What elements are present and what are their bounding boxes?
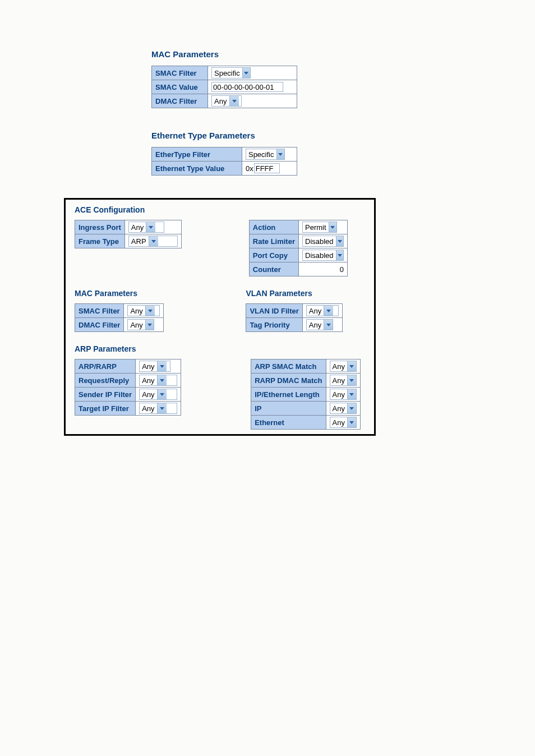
chevron-down-icon: [347, 361, 356, 371]
chevron-down-icon: [149, 236, 158, 246]
vlan-parameters-title: VLAN Parameters: [246, 289, 342, 298]
arp-smac-match-label: ARP SMAC Match: [251, 359, 326, 374]
ip-ethernet-length-label: IP/Ethernet Length: [251, 388, 326, 402]
ethernet-select[interactable]: Any: [330, 417, 357, 428]
chevron-down-icon: [157, 403, 167, 413]
request-reply-label: Request/Reply: [75, 374, 136, 388]
ip-select[interactable]: Any: [330, 403, 357, 414]
ethernet-type-parameters-section: Ethernet Type Parameters EtherType Filte…: [151, 131, 535, 176]
target-ip-filter-select[interactable]: Any: [139, 403, 177, 414]
chevron-down-icon: [324, 306, 333, 316]
dmac-filter-select[interactable]: Any: [211, 95, 242, 107]
smac-filter-label-2: SMAC Filter: [75, 304, 124, 318]
smac-value-label: SMAC Value: [152, 80, 208, 94]
rarp-dmac-match-select[interactable]: Any: [330, 375, 357, 386]
ingress-port-select[interactable]: Any: [128, 222, 164, 233]
sender-ip-filter-label: Sender IP Filter: [75, 388, 136, 402]
chevron-down-icon: [157, 361, 167, 371]
arp-rarp-select[interactable]: Any: [139, 361, 170, 372]
rate-limiter-label: Rate Limiter: [249, 234, 298, 248]
request-reply-select[interactable]: Any: [139, 375, 177, 386]
ip-ethernet-length-select[interactable]: Any: [330, 389, 357, 400]
counter-label: Counter: [249, 262, 298, 276]
mac-parameters-title-2: MAC Parameters: [75, 289, 164, 298]
vlan-id-filter-select[interactable]: Any: [306, 305, 339, 316]
dmac-filter-label-2: DMAC Filter: [75, 318, 124, 332]
chevron-down-icon: [242, 68, 250, 78]
chevron-down-icon: [347, 403, 356, 413]
ingress-port-label: Ingress Port: [75, 220, 125, 234]
rarp-dmac-match-label: RARP DMAC Match: [251, 374, 326, 388]
action-label: Action: [249, 220, 298, 234]
ip-label: IP: [251, 402, 326, 416]
ethernet-label: Ethernet: [251, 416, 326, 430]
chevron-down-icon: [347, 417, 356, 427]
dmac-filter-select-2[interactable]: Any: [127, 319, 154, 330]
frame-type-select[interactable]: ARP: [128, 236, 178, 247]
port-copy-label: Port Copy: [249, 248, 298, 262]
dmac-filter-label: DMAC Filter: [152, 94, 208, 108]
sender-ip-filter-select[interactable]: Any: [139, 389, 177, 400]
chevron-down-icon: [276, 149, 284, 159]
chevron-down-icon: [145, 320, 154, 330]
chevron-down-icon: [229, 96, 239, 106]
ace-configuration-title: ACE Configuration: [75, 205, 367, 214]
arp-parameters-title: ARP Parameters: [75, 344, 367, 353]
ethernet-type-parameters-title: Ethernet Type Parameters: [151, 131, 535, 140]
chevron-down-icon: [336, 236, 343, 246]
ethernet-type-value-input[interactable]: [254, 163, 280, 173]
smac-filter-select-2[interactable]: Any: [127, 305, 160, 316]
ethertype-filter-select[interactable]: Specific: [246, 149, 285, 160]
vlan-id-filter-label: VLAN ID Filter: [246, 304, 302, 318]
arp-smac-match-select[interactable]: Any: [330, 361, 357, 372]
smac-filter-label: SMAC Filter: [152, 66, 208, 80]
mac-parameters-top-section: MAC Parameters SMAC Filter Specific SMAC…: [151, 49, 535, 108]
chevron-down-icon: [347, 375, 356, 385]
tag-priority-label: Tag Priority: [246, 318, 302, 332]
frame-type-label: Frame Type: [75, 234, 125, 248]
ethertype-filter-label: EtherType Filter: [152, 147, 242, 162]
ethernet-type-value-label: Ethernet Type Value: [152, 162, 242, 176]
chevron-down-icon: [157, 389, 167, 399]
chevron-down-icon: [324, 320, 333, 330]
tag-priority-select[interactable]: Any: [306, 319, 333, 330]
chevron-down-icon: [157, 375, 167, 385]
action-select[interactable]: Permit: [302, 222, 337, 233]
smac-filter-select[interactable]: Specific: [211, 67, 251, 79]
arp-rarp-label: ARP/RARP: [75, 359, 136, 374]
rate-limiter-select[interactable]: Disabled: [302, 236, 344, 247]
chevron-down-icon: [329, 222, 336, 232]
hex-prefix: 0x: [246, 164, 253, 173]
target-ip-filter-label: Target IP Filter: [75, 402, 136, 416]
chevron-down-icon: [146, 222, 155, 232]
chevron-down-icon: [336, 250, 343, 260]
port-copy-select[interactable]: Disabled: [302, 250, 344, 261]
smac-value-input[interactable]: [211, 82, 283, 92]
mac-parameters-title: MAC Parameters: [151, 49, 535, 59]
counter-value: 0: [299, 262, 348, 276]
chevron-down-icon: [347, 389, 356, 399]
ace-configuration-frame: ACE Configuration Ingress Port Any Frame…: [64, 198, 376, 436]
chevron-down-icon: [145, 306, 155, 316]
